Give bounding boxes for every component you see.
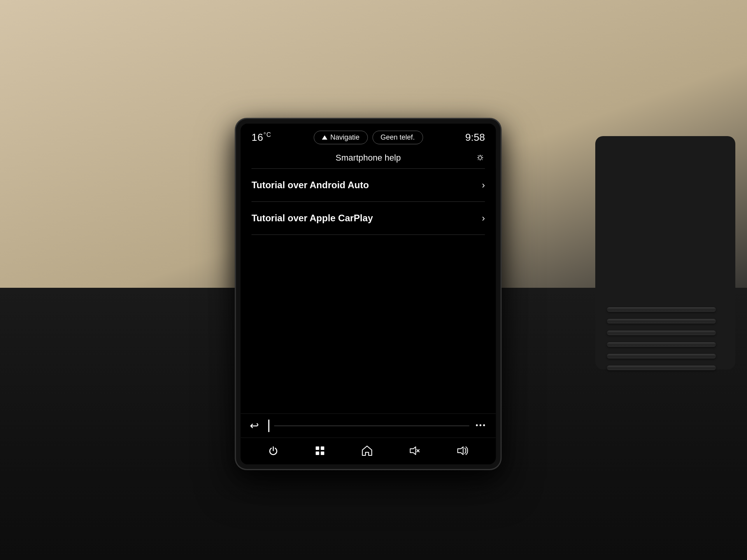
bottom-controls: ↩ ••• xyxy=(240,413,496,464)
vent-slat xyxy=(607,319,716,324)
vent-slat xyxy=(607,307,716,312)
temperature-value: 16 xyxy=(251,131,263,143)
air-vent-area xyxy=(595,136,735,369)
vent-slat xyxy=(607,366,716,370)
android-auto-label: Tutorial over Android Auto xyxy=(251,180,369,191)
phone-button-label: Geen telef. xyxy=(381,133,415,142)
menu-content: Tutorial over Android Auto › Tutorial ov… xyxy=(240,168,496,413)
svg-rect-3 xyxy=(321,452,324,455)
navigation-button[interactable]: Navigatie xyxy=(314,131,368,144)
apple-carplay-chevron: › xyxy=(482,213,485,224)
volume-down-icon xyxy=(409,445,420,456)
time-display: 9:58 xyxy=(465,131,485,144)
vent-slat xyxy=(607,354,716,359)
page-title: Smartphone help xyxy=(336,153,401,163)
vent-slat xyxy=(607,342,716,347)
vent-slats xyxy=(607,299,716,370)
volume-up-button[interactable] xyxy=(456,445,468,456)
settings-icon[interactable]: ⛭ xyxy=(476,153,485,163)
svg-marker-4 xyxy=(410,447,416,455)
nav-buttons: Navigatie Geen telef. xyxy=(314,131,423,144)
grid-button[interactable] xyxy=(314,445,325,456)
infotainment-screen: 16°C Navigatie Geen telef. 9:58 xyxy=(240,124,496,464)
back-button[interactable]: ↩ xyxy=(250,419,259,432)
android-auto-chevron: › xyxy=(482,180,485,191)
status-bar: 16°C Navigatie Geen telef. 9:58 xyxy=(240,124,496,150)
volume-up-icon xyxy=(456,445,468,456)
nav-button-label: Navigatie xyxy=(330,133,359,142)
screen-bezel: 16°C Navigatie Geen telef. 9:58 xyxy=(236,119,500,469)
apple-carplay-menu-item[interactable]: Tutorial over Apple CarPlay › xyxy=(248,202,488,234)
progress-bar-container xyxy=(265,420,469,432)
svg-rect-2 xyxy=(316,452,319,455)
phone-button[interactable]: Geen telef. xyxy=(372,131,423,144)
menu-divider-bottom xyxy=(251,234,485,235)
page-title-area: Smartphone help ⛭ xyxy=(240,150,496,168)
temp-unit: °C xyxy=(263,131,271,138)
grid-icon xyxy=(314,445,325,456)
scene: 16°C Navigatie Geen telef. 9:58 xyxy=(0,0,747,560)
svg-rect-0 xyxy=(316,446,319,450)
power-button[interactable] xyxy=(268,445,279,456)
power-icon xyxy=(268,445,279,456)
home-button[interactable] xyxy=(361,445,373,457)
more-options-button[interactable]: ••• xyxy=(475,422,486,430)
progress-track xyxy=(274,425,469,426)
svg-marker-7 xyxy=(458,447,463,455)
volume-down-button[interactable] xyxy=(409,445,420,456)
bottom-main-row xyxy=(240,438,496,464)
screen-container: 16°C Navigatie Geen telef. 9:58 xyxy=(236,119,500,469)
android-auto-menu-item[interactable]: Tutorial over Android Auto › xyxy=(248,169,488,201)
progress-line xyxy=(268,420,269,432)
temperature-display: 16°C xyxy=(251,131,271,144)
apple-carplay-label: Tutorial over Apple CarPlay xyxy=(251,213,373,224)
vent-slat xyxy=(607,331,716,335)
nav-arrow-icon xyxy=(322,135,327,140)
bottom-top-row: ↩ ••• xyxy=(240,414,496,438)
home-icon xyxy=(361,445,373,457)
svg-rect-1 xyxy=(321,446,324,450)
